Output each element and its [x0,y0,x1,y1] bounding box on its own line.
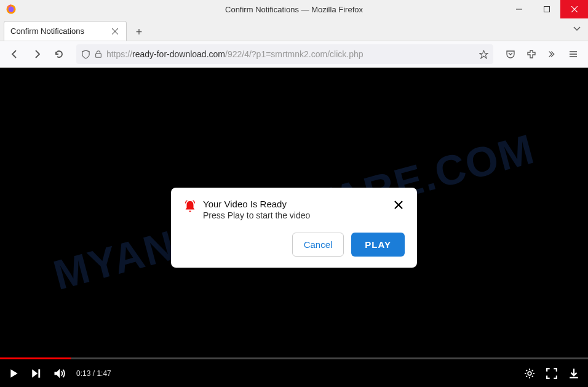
dialog-close-button[interactable] [392,199,405,211]
video-time: 0:13 / 1:47 [76,369,111,378]
page-content: MYANTISPYWARE.COM Your Video Is Ready Pr… [0,68,588,387]
svg-rect-14 [38,369,40,378]
bell-icon [183,200,197,216]
window-controls [505,0,588,18]
browser-tab[interactable]: Confirm Notifications [4,21,127,41]
extensions-button[interactable] [522,44,541,64]
svg-point-15 [528,372,531,375]
shield-icon[interactable] [81,50,90,59]
video-volume-button[interactable] [53,367,65,380]
bookmark-star-icon[interactable] [479,50,488,59]
lock-icon[interactable] [94,50,103,58]
close-button[interactable] [560,0,588,18]
svg-rect-8 [96,54,101,57]
back-button[interactable] [5,44,25,64]
dialog-title: Your Video Is Ready [203,199,386,209]
svg-rect-3 [544,7,549,12]
dialog-subtitle: Press Play to start the video [203,210,386,220]
video-download-button[interactable] [568,368,579,379]
play-button[interactable]: PLAY [351,233,405,257]
forward-button[interactable] [27,44,47,64]
maximize-button[interactable] [533,0,560,18]
cancel-button[interactable]: Cancel [292,233,344,257]
menu-button[interactable] [563,44,583,64]
reload-button[interactable] [49,44,69,64]
tab-strip: Confirm Notifications + [0,18,588,41]
list-all-tabs-button[interactable] [573,23,581,34]
firefox-icon [5,3,17,15]
video-settings-button[interactable] [524,368,535,379]
url-bar[interactable]: https://ready-for-download.com/922/4/?p1… [76,44,493,64]
url-text: https://ready-for-download.com/922/4/?p1… [106,49,475,59]
notification-dialog: Your Video Is Ready Press Play to start … [171,188,417,268]
navigation-toolbar: https://ready-for-download.com/922/4/?p1… [0,41,588,68]
overflow-button[interactable] [542,44,562,64]
svg-point-1 [9,7,14,12]
tab-close-icon[interactable] [110,26,120,36]
pocket-button[interactable] [501,44,520,64]
window-titlebar: Confirm Notifications — Mozilla Firefox [0,0,588,18]
video-next-button[interactable] [31,368,42,379]
tab-title: Confirm Notifications [10,26,84,36]
video-controls: 0:13 / 1:47 [0,359,588,387]
video-play-button[interactable] [9,368,20,379]
video-fullscreen-button[interactable] [546,368,557,379]
window-title: Confirm Notifications — Mozilla Firefox [225,5,363,14]
new-tab-button[interactable]: + [130,23,148,41]
minimize-button[interactable] [505,0,533,18]
